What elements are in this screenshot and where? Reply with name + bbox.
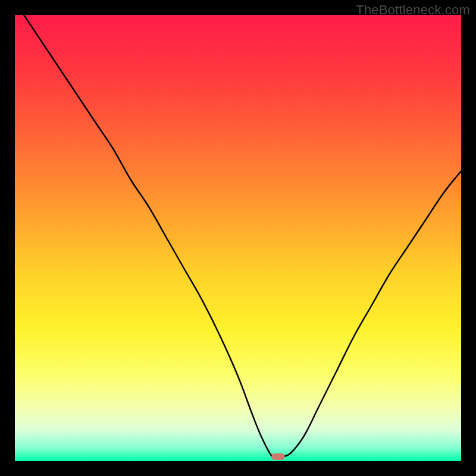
optimal-marker: [272, 453, 285, 460]
chart-frame: TheBottleneck.com: [0, 0, 476, 476]
watermark-text: TheBottleneck.com: [356, 2, 470, 18]
chart-background: [15, 15, 461, 461]
plot-area: [15, 15, 461, 461]
chart-svg: [15, 15, 461, 461]
